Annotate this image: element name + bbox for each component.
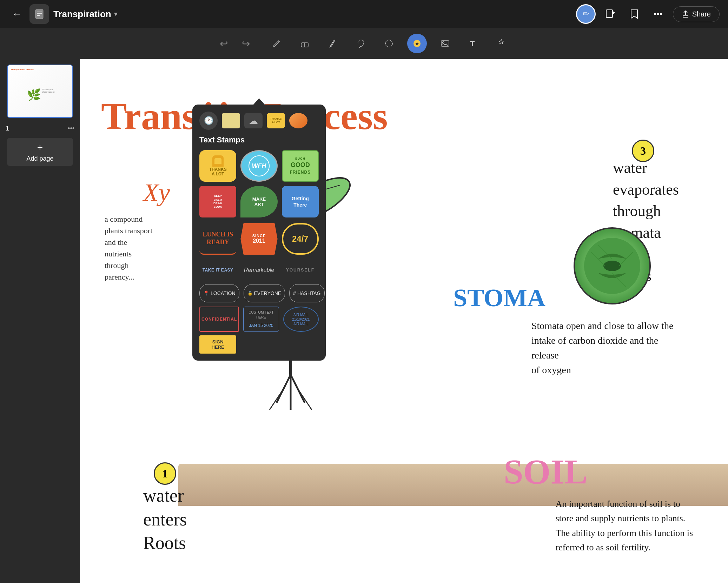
page-thumb-image: Transpiration Process 🌿 Water cycle plan…	[8, 65, 72, 117]
selection-tool[interactable]	[379, 34, 399, 53]
undo-redo-group: ↩ ↪	[217, 35, 253, 52]
bookmark-button[interactable]	[625, 5, 643, 23]
svg-line-20	[298, 389, 312, 410]
nav-right-actions: ✏ ••• Share	[576, 4, 720, 24]
main-content: ion Process Transpirat Xy a compoundplan…	[80, 59, 728, 583]
sticker-custom-date[interactable]: CUSTOM TEXT HERE JAN 15 2020	[243, 307, 279, 332]
number-1: 1	[154, 462, 176, 485]
top-nav: ← Transpiration ▾ ✏ •••	[0, 0, 728, 28]
tab-cloud[interactable]: ☁	[244, 113, 263, 128]
sticker-lunch-ready[interactable]: LUNCH ISREADY	[199, 223, 236, 255]
sticker-getting-there[interactable]: GettingThere	[282, 186, 319, 217]
bottom-stickers-row: CONFIDENTIAL CUSTOM TEXT HERE JAN 15 202…	[199, 307, 319, 332]
sticker-everyone[interactable]: 🔒 EVERYONE	[244, 284, 285, 302]
svg-rect-4	[606, 10, 613, 18]
canvas: ion Process Transpirat Xy a compoundplan…	[80, 59, 728, 583]
add-page-button[interactable]: + Add page	[7, 138, 73, 166]
svg-line-19	[270, 389, 284, 410]
last-sticker-row: SIGNHERE	[199, 335, 319, 354]
panel-arrow	[253, 98, 265, 105]
more-button[interactable]: •••	[649, 5, 667, 23]
doc-title[interactable]: Transpiration ▾	[53, 9, 117, 20]
tag-stickers-row: 📍 LOCATION 🔒 EVERYONE # HASHTAG	[199, 284, 319, 302]
pencil-tool[interactable]	[267, 34, 286, 53]
sticker-panel: 🕐 ☁ THANKSA LOT Text Stamps THANKSA LOT …	[192, 105, 326, 361]
eraser-tool[interactable]	[295, 34, 315, 53]
sticker-sign-here[interactable]: SIGNHERE	[199, 335, 236, 354]
sticker-remarkable[interactable]: Remarkable	[240, 260, 277, 280]
stoma-description: Stomata open and close to allow theintak…	[531, 319, 686, 377]
avatar: ✏	[576, 4, 596, 24]
text-tool[interactable]: T	[463, 34, 483, 53]
sticker-hashtag[interactable]: # HASHTAG	[289, 284, 324, 302]
sticker-good-friends[interactable]: SUCH GOOD FRIENDS	[282, 150, 319, 182]
xy-subtext: a compoundplants transportand thenutrien…	[105, 213, 152, 283]
sticker-take-easy[interactable]: TAKE IT EASY	[199, 260, 236, 280]
xy-text: Xy	[143, 178, 170, 207]
redo-button[interactable]: ↪	[239, 35, 253, 52]
sticker-location[interactable]: 📍 LOCATION	[199, 284, 239, 302]
sticker-yourself[interactable]: YOURSELF	[282, 260, 319, 280]
svg-point-9	[385, 40, 392, 47]
share-button[interactable]: Share	[673, 6, 720, 22]
pen-tool[interactable]	[323, 34, 343, 53]
page-num-row: 1 •••	[0, 123, 80, 135]
sticker-air-mail[interactable]: AIR MAIL 21/10/2021 AIR MAIL	[283, 307, 319, 332]
stoma-title: STOMA	[453, 283, 545, 313]
sticker-confidential[interactable]: CONFIDENTIAL	[199, 307, 239, 332]
svg-rect-0	[35, 9, 43, 19]
sticker-tool[interactable]: ★	[407, 34, 427, 53]
sticker-thanks-a-lot[interactable]: THANKSA LOT	[199, 150, 236, 182]
toolbar: ↩ ↪ ★	[0, 28, 728, 59]
sidebar: Transpiration Process 🌿 Water cycle plan…	[0, 59, 80, 583]
soil-description: An important function of soil is tostore…	[556, 497, 693, 555]
back-button[interactable]: ←	[8, 6, 25, 22]
svg-text:★: ★	[415, 41, 419, 46]
page-number: 1	[6, 125, 9, 132]
sticker-grid-row2: LUNCH ISREADY SINCE 2011 24/7	[199, 223, 319, 255]
tab-thanks[interactable]: THANKSA LOT	[267, 113, 285, 128]
sticker-section-title: Text Stamps	[199, 135, 319, 145]
lasso-tool[interactable]	[351, 34, 371, 53]
magic-tool[interactable]	[491, 34, 511, 53]
add-page-nav-button[interactable]	[601, 5, 620, 23]
sticker-wfh[interactable]: WFH	[240, 150, 277, 182]
sticker-since-2011[interactable]: SINCE 2011	[240, 223, 277, 255]
sticker-category-tabs: 🕐 ☁ THANKSA LOT	[199, 112, 319, 130]
image-tool[interactable]	[435, 34, 455, 53]
doc-icon	[29, 4, 49, 24]
sticker-grid: THANKSA LOT WFH SUCH GOOD FRIENDS KEEP C…	[199, 150, 319, 217]
page-thumbnail[interactable]: Transpiration Process 🌿 Water cycle plan…	[7, 65, 73, 118]
stoma-circle	[574, 227, 651, 304]
tab-orange[interactable]	[289, 113, 307, 128]
text-stickers-row: TAKE IT EASY Remarkable YOURSELF	[199, 260, 319, 280]
undo-button[interactable]: ↩	[217, 35, 231, 52]
page-more-icon[interactable]: •••	[68, 125, 74, 132]
soil-title: SOIL	[504, 451, 588, 492]
sticker-24-7[interactable]: 24/7	[282, 223, 319, 255]
sticker-make-art[interactable]: MAKE ART	[240, 186, 277, 217]
svg-point-24	[603, 261, 621, 271]
sticker-keep-calm[interactable]: KEEP CALM DRINK SODA	[199, 186, 236, 217]
water-enters-text: waterentersRoots	[143, 484, 187, 555]
svg-text:T: T	[470, 39, 475, 48]
tab-recent[interactable]: 🕐	[199, 112, 218, 130]
tab-rectangle[interactable]	[222, 113, 240, 128]
